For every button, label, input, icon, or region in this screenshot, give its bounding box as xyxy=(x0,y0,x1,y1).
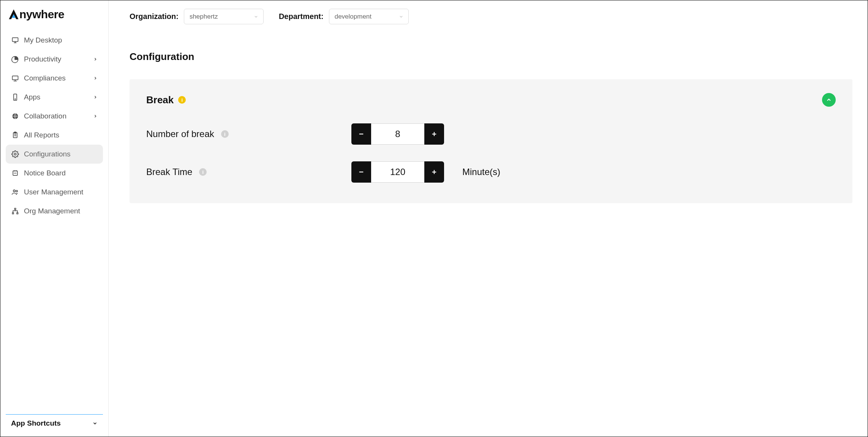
info-icon: i xyxy=(178,96,186,104)
minus-icon xyxy=(358,131,365,137)
app-root: nywhere My Desktop Productivity xyxy=(0,0,868,437)
break-time-unit: Minute(s) xyxy=(462,167,500,177)
sidebar-item-apps[interactable]: Apps xyxy=(6,88,103,107)
sidebar-item-all-reports[interactable]: All Reports xyxy=(6,126,103,145)
sidebar-item-org-management[interactable]: Org Management xyxy=(6,202,103,221)
svg-rect-14 xyxy=(13,213,14,214)
org-select-wrap: shephertz xyxy=(184,9,264,24)
chevron-down-icon xyxy=(92,421,98,426)
chevron-right-icon xyxy=(93,95,98,99)
hint-icon: i xyxy=(199,168,207,176)
num-break-increment-button[interactable] xyxy=(424,123,444,145)
sidebar-item-my-desktop[interactable]: My Desktop xyxy=(6,31,103,50)
gear-icon xyxy=(11,150,19,158)
break-time-label: Break Time xyxy=(146,167,192,177)
svg-point-12 xyxy=(16,190,17,192)
sidebar-bottom: App Shortcuts xyxy=(6,414,103,437)
num-break-decrement-button[interactable] xyxy=(351,123,371,145)
panel-header: Break i xyxy=(146,93,836,107)
hint-icon: i xyxy=(221,130,229,138)
svg-rect-8 xyxy=(14,132,16,133)
sidebar-item-label: Configurations xyxy=(24,150,71,158)
noticeboard-icon xyxy=(11,169,19,177)
dept-filter: Department: development xyxy=(279,9,409,24)
main-content: Organization: shephertz Department: deve… xyxy=(109,0,868,437)
clipboard-icon xyxy=(11,131,19,139)
sidebar-item-productivity[interactable]: Productivity xyxy=(6,50,103,69)
sitemap-icon xyxy=(11,207,19,215)
sidebar-item-label: My Desktop xyxy=(24,36,62,44)
chevron-up-icon xyxy=(826,97,832,103)
sidebar-item-notice-board[interactable]: Notice Board xyxy=(6,164,103,183)
svg-rect-2 xyxy=(13,38,18,41)
users-icon xyxy=(11,188,19,196)
row-break-time: Break Time i Minut xyxy=(146,161,836,183)
sidebar-item-label: Apps xyxy=(24,93,40,101)
break-time-increment-button[interactable] xyxy=(424,161,444,183)
num-break-stepper xyxy=(351,123,444,145)
org-filter: Organization: shephertz xyxy=(130,9,264,24)
chevron-right-icon xyxy=(93,114,98,118)
logo: nywhere xyxy=(6,5,103,29)
dept-select[interactable]: development xyxy=(329,9,409,24)
app-shortcuts-toggle[interactable]: App Shortcuts xyxy=(6,414,103,431)
panel-title: Break xyxy=(146,94,174,106)
svg-rect-13 xyxy=(14,208,16,210)
row-number-of-break: Number of break i xyxy=(146,123,836,145)
sidebar-item-compliances[interactable]: Compliances xyxy=(6,69,103,88)
filter-bar: Organization: shephertz Department: deve… xyxy=(130,9,852,24)
break-panel: Break i Number of break i xyxy=(130,79,852,203)
logo-mark-icon xyxy=(8,9,19,20)
sidebar-item-label: All Reports xyxy=(24,131,59,139)
sidebar-item-label: Productivity xyxy=(24,55,61,63)
page-title: Configuration xyxy=(130,51,852,63)
num-break-input[interactable] xyxy=(371,123,424,145)
org-label: Organization: xyxy=(130,12,179,21)
sidebar-item-configurations[interactable]: Configurations xyxy=(6,145,103,164)
sidebar-item-label: Collaboration xyxy=(24,112,66,120)
chevron-right-icon xyxy=(93,57,98,62)
sidebar: nywhere My Desktop Productivity xyxy=(0,0,109,437)
svg-point-11 xyxy=(13,190,15,192)
chevron-right-icon xyxy=(93,76,98,80)
num-break-label: Number of break xyxy=(146,129,214,139)
svg-point-9 xyxy=(14,153,16,155)
sidebar-item-label: User Management xyxy=(24,188,83,196)
pie-chart-icon xyxy=(11,55,19,63)
plus-icon xyxy=(431,169,438,175)
break-time-input[interactable] xyxy=(371,161,424,183)
break-time-decrement-button[interactable] xyxy=(351,161,371,183)
org-select[interactable]: shephertz xyxy=(184,9,264,24)
sidebar-item-label: Org Management xyxy=(24,207,80,215)
sidebar-item-collaboration[interactable]: Collaboration xyxy=(6,107,103,126)
sidebar-nav: My Desktop Productivity xyxy=(6,31,103,221)
mobile-icon xyxy=(11,93,19,101)
svg-rect-3 xyxy=(13,76,18,80)
sidebar-item-user-management[interactable]: User Management xyxy=(6,183,103,202)
slideshow-icon xyxy=(11,74,19,82)
dept-select-wrap: development xyxy=(329,9,409,24)
brand-name: nywhere xyxy=(19,8,64,21)
plus-icon xyxy=(431,131,438,137)
minus-icon xyxy=(358,169,365,175)
app-shortcuts-label: App Shortcuts xyxy=(11,419,61,428)
break-time-stepper xyxy=(351,161,444,183)
globe-icon xyxy=(11,112,19,120)
monitor-icon xyxy=(11,36,19,44)
sidebar-item-label: Notice Board xyxy=(24,169,66,177)
logo-text: nywhere xyxy=(8,8,64,21)
svg-rect-15 xyxy=(17,213,18,214)
svg-point-5 xyxy=(15,99,16,99)
collapse-button[interactable] xyxy=(822,93,836,107)
dept-label: Department: xyxy=(279,12,324,21)
sidebar-item-label: Compliances xyxy=(24,74,66,82)
